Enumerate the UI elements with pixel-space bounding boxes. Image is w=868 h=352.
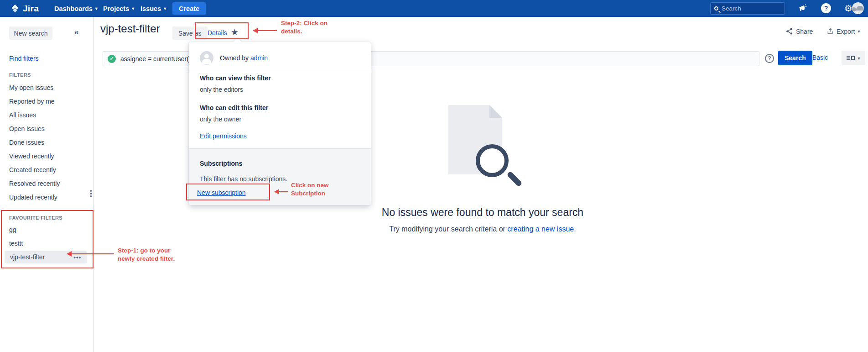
chevron-down-icon: ▾ — [164, 6, 166, 11]
jira-logo-icon — [10, 4, 20, 14]
empty-state-illustration — [448, 105, 521, 192]
find-filters-link[interactable]: Find filters — [9, 55, 39, 62]
edit-permission-value: only the owner — [200, 116, 241, 123]
annotation-step2-text: Step-2: Click ondetails. — [281, 19, 327, 36]
view-permission-title: Who can view this filter — [200, 74, 271, 82]
save-as-button[interactable]: Save as — [172, 26, 208, 40]
top-navbar: Jira Dashboards▾ Projects▾ Issues▾ Creat… — [0, 0, 868, 17]
nav-menu-projects[interactable]: Projects▾ — [103, 0, 134, 17]
jira-filter-page: Jira Dashboards▾ Projects▾ Issues▾ Creat… — [0, 0, 868, 352]
person-icon — [852, 7, 856, 11]
export-button[interactable]: Export ▾ — [826, 27, 860, 35]
owner-link[interactable]: admin — [250, 54, 268, 62]
sidebar-item-resolved-recently[interactable]: Resolved recently — [9, 180, 60, 187]
subscriptions-title: Subscriptions — [200, 160, 242, 167]
sidebar-item-my-open-issues[interactable]: My open issues — [9, 84, 53, 91]
sidebar-item-all-issues[interactable]: All issues — [9, 111, 36, 119]
sidebar-item-reported-by-me[interactable]: Reported by me — [9, 98, 55, 105]
global-search-input[interactable] — [722, 5, 772, 12]
favourite-item-vjp-test-filter[interactable]: vjp-test-filter ••• — [5, 251, 87, 263]
search-icon — [714, 6, 718, 11]
user-avatar[interactable] — [852, 2, 864, 14]
nav-menu-dashboards[interactable]: Dashboards▾ — [54, 0, 98, 17]
filter-details-panel: Owned by admin Who can view this filter … — [189, 42, 371, 205]
filters-heading: FILTERS — [9, 72, 31, 78]
sidebar-item-viewed-recently[interactable]: Viewed recently — [9, 152, 54, 160]
share-icon — [785, 27, 793, 35]
page-title: vjp-test-filter — [100, 22, 160, 35]
create-button[interactable]: Create — [172, 2, 206, 15]
jira-logo-text: Jira — [23, 4, 39, 14]
subscriptions-section: Subscriptions This filter has no subscri… — [189, 148, 371, 205]
edit-permission-title: Who can edit this filter — [200, 104, 268, 111]
syntax-help-icon[interactable]: ? — [765, 54, 774, 63]
global-search[interactable] — [710, 2, 785, 15]
chevron-down-icon: ▾ — [858, 56, 860, 61]
owned-by-text: Owned by admin — [220, 54, 268, 62]
favourite-star-icon[interactable]: ★ — [231, 27, 239, 37]
annotation-step1-text: Step-1: go to yournewly created filter. — [118, 247, 175, 263]
panel-caret — [233, 38, 241, 46]
annotation-subscription-text: Click on newSubcription — [291, 181, 329, 198]
nav-menu-issues[interactable]: Issues▾ — [140, 0, 166, 17]
owner-avatar — [200, 51, 213, 65]
edit-permissions-link[interactable]: Edit permissions — [200, 132, 247, 140]
view-permission-value: only the editors — [200, 86, 243, 93]
favourite-item-gg[interactable]: gg — [9, 226, 16, 233]
chevron-down-icon: ▾ — [132, 6, 134, 11]
favourite-item-testtt[interactable]: testtt — [9, 240, 23, 247]
ellipsis-icon[interactable]: ••• — [73, 254, 81, 261]
divider — [189, 71, 371, 71]
jql-query-text[interactable]: assignee = currentUser() Al — [120, 55, 198, 63]
share-button[interactable]: Share — [785, 27, 813, 35]
details-button[interactable]: Details — [208, 29, 227, 37]
filters-sidebar: New search « Find filters FILTERS My ope… — [0, 17, 94, 352]
subscriptions-status: This filter has no subscriptions. — [200, 175, 287, 183]
help-icon[interactable]: ? — [821, 3, 831, 13]
collapse-sidebar-icon[interactable]: « — [74, 28, 78, 37]
chevron-down-icon: ▾ — [95, 6, 98, 11]
sidebar-resize-handle[interactable]: ••• — [90, 189, 92, 198]
person-icon — [204, 54, 209, 58]
chevron-down-icon: ▾ — [858, 29, 860, 34]
jira-logo[interactable]: Jira — [10, 0, 39, 17]
sidebar-item-created-recently[interactable]: Created recently — [9, 166, 56, 173]
sidebar-item-done-issues[interactable]: Done issues — [9, 139, 44, 146]
empty-state-title: No issues were found to match your searc… — [319, 206, 646, 219]
search-button[interactable]: Search — [778, 51, 812, 65]
favourite-filters-heading: FAVOURITE FILTERS — [9, 215, 62, 221]
jql-valid-check-icon: ✓ — [108, 55, 116, 63]
export-icon — [826, 27, 834, 35]
magnifier-icon — [476, 144, 509, 177]
feedback-megaphone-icon[interactable] — [797, 3, 808, 14]
layout-icon — [847, 56, 855, 60]
basic-mode-link[interactable]: Basic — [812, 54, 828, 61]
empty-state-subtitle: Try modifying your search criteria or cr… — [319, 225, 646, 233]
create-new-issue-link[interactable]: creating a new issue — [507, 225, 574, 233]
view-layout-toggle[interactable]: ▾ — [842, 51, 865, 65]
sidebar-item-updated-recently[interactable]: Updated recently — [9, 194, 57, 201]
sidebar-item-open-issues[interactable]: Open issues — [9, 125, 45, 132]
new-search-button[interactable]: New search — [9, 26, 52, 40]
new-subscription-link[interactable]: New subscription — [197, 189, 246, 196]
